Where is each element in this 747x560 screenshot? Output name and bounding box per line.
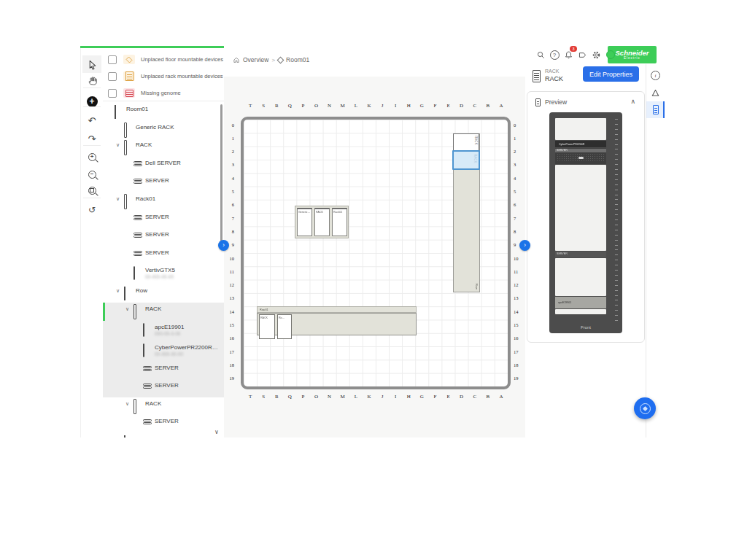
filter-row-floor[interactable]: Unplaced floor mountable devices [103, 51, 224, 68]
collapse-left-panel-button[interactable]: › [218, 240, 229, 251]
settings-icon [592, 50, 601, 60]
row-label: Row [476, 284, 479, 289]
zoom-fit-button[interactable] [82, 182, 101, 199]
row-vertical[interactable]: Row RACK RACK [453, 133, 480, 292]
u-mark [615, 139, 618, 140]
tree-item-server[interactable]: SERVER [103, 415, 224, 433]
tree-item-row[interactable]: ∨Row [103, 284, 224, 303]
rack-object[interactable]: RACK [314, 208, 330, 236]
u-mark [615, 254, 618, 255]
tree-item-label: SERVER [155, 382, 179, 389]
rack-slot-empty [555, 309, 606, 314]
tree-item-room01[interactable]: Room01 [103, 103, 224, 121]
grid-row-label-left: 15 [225, 322, 234, 327]
rack-object[interactable]: RACK [453, 133, 479, 151]
tree-item-rack[interactable]: ∨RACK [103, 397, 224, 416]
tree-scroll-down-icon[interactable]: ∨ [214, 429, 219, 435]
tree-item-rack[interactable]: ∨RACK [103, 303, 224, 321]
status-icon [606, 50, 615, 59]
checkbox[interactable] [108, 89, 117, 98]
feedback-button[interactable] [576, 49, 588, 61]
undo-button[interactable]: ↶ [82, 112, 101, 129]
logo-text: Schneider [616, 50, 649, 57]
floorplan-main: Overview > Room01 Row RACK RACK Generic…… [224, 46, 525, 438]
tree-item-server[interactable]: SERVER [103, 362, 224, 380]
u-mark [615, 174, 618, 175]
row-horizontal[interactable]: Row01 RACK Ro… [257, 306, 417, 340]
rack-object[interactable]: Generic… [297, 208, 312, 236]
chevron-down-icon[interactable]: ∨ [116, 142, 120, 148]
tree-item-cyberpowerpr2200r-[interactable]: CyberPowerPR2200R…00-000-00-00 [103, 341, 224, 362]
settings-button[interactable] [590, 49, 602, 61]
rack-object[interactable]: RACK [259, 314, 275, 339]
grid-row-label-right: 8 [514, 229, 522, 234]
tree-item-dell-server[interactable]: Dell SERVER [103, 157, 224, 175]
tree-item-server[interactable]: SERVER [103, 228, 224, 246]
tree-item-row01[interactable]: ∨Row01 [103, 433, 224, 438]
floating-design-button[interactable] [634, 397, 656, 419]
zoom-out-button[interactable]: − [82, 166, 101, 183]
grid-col-label-bottom: F [428, 394, 441, 400]
search-button[interactable] [535, 49, 546, 61]
filter-row-genome[interactable]: Missing genome [103, 85, 224, 101]
tree-item-apce19901[interactable]: apcE19901000-00-0-00 [103, 321, 224, 341]
grid-row-label-left: 14 [225, 309, 234, 314]
rack-object[interactable]: Ro… [277, 314, 292, 339]
add-device-button[interactable]: + [82, 93, 101, 110]
grid-row-label-left: 6 [225, 202, 234, 207]
chevron-down-icon[interactable]: ∨ [116, 288, 120, 294]
tree-scrollbar[interactable] [220, 104, 222, 243]
floorplan-canvas[interactable]: Row RACK RACK Generic… RACK Rack01 Row01… [224, 77, 525, 438]
rack-properties-tab[interactable] [646, 101, 665, 118]
pan-tool-button[interactable] [82, 71, 101, 89]
edit-properties-button[interactable]: Edit Properties [583, 66, 639, 82]
device-label: CyberPowerPR2200R [559, 143, 584, 146]
rack-object-label: RACK [316, 210, 325, 213]
tree-item-server[interactable]: SERVER [103, 246, 224, 265]
collapse-right-panel-button[interactable]: › [519, 240, 530, 251]
chevron-down-icon[interactable]: ∨ [125, 306, 129, 312]
rack-object-selected[interactable]: RACK [452, 150, 480, 170]
help-button[interactable]: ? [549, 49, 560, 61]
alarms-button[interactable] [646, 85, 665, 101]
filter-row-rackm[interactable]: Unplaced rack mountable devices [103, 68, 224, 85]
info-button[interactable]: i [646, 67, 665, 84]
grid-col-label-top: D [455, 103, 468, 109]
select-tool-button[interactable] [82, 55, 101, 73]
grid-col-label-bottom: T [244, 394, 257, 400]
tree-item-label: SERVER [155, 365, 179, 371]
chevron-down-icon[interactable]: ∨ [116, 196, 120, 202]
u-mark [615, 129, 618, 130]
tree-item-server[interactable]: SERVER [103, 211, 224, 229]
rack-object[interactable]: Rack01 [332, 208, 347, 236]
tree-item-server[interactable]: SERVER [103, 379, 224, 397]
collapse-preview-icon[interactable]: ∧ [630, 98, 635, 105]
tree-selection-bar [103, 303, 105, 321]
grid-col-label-bottom: K [363, 394, 376, 400]
inspector-header: RACK RACK Edit Properties [525, 64, 646, 90]
tree-item-rack01[interactable]: ∨Rack01 [103, 192, 224, 211]
rack-slot-empty [555, 118, 606, 140]
tree-item-label: SERVER [155, 418, 179, 424]
history-button[interactable]: ↺ [82, 201, 101, 219]
notifications-button[interactable]: 3 [562, 49, 574, 61]
tree-item-vertivgtx5[interactable]: VertivGTX500-000-00-00 [103, 264, 224, 284]
chevron-down-icon[interactable]: ∨ [125, 401, 129, 407]
rack-icon [535, 98, 541, 106]
checkbox[interactable] [108, 55, 117, 64]
rack-device-thin: SERVER [555, 252, 606, 257]
zoom-in-button[interactable]: + [82, 148, 101, 166]
rack-cluster[interactable]: Generic… RACK Rack01 [295, 206, 349, 238]
grid-row-label-right: 14 [514, 309, 522, 314]
grid-col-label-top: E [442, 103, 455, 109]
chevron-down-icon[interactable]: ∨ [116, 437, 120, 438]
tree-item-server[interactable]: SERVER [103, 174, 224, 192]
rack-slots: CyberPowerPR2200RSERVERSERVERapcE19901 [555, 118, 606, 314]
filter-label: Unplaced rack mountable devices [141, 73, 223, 79]
tree-item-label: RACK [136, 141, 152, 148]
tree-item-rack[interactable]: ∨RACK [103, 139, 224, 157]
tree-item-generic-rack[interactable]: Generic RACK [103, 121, 224, 139]
breadcrumb-overview[interactable]: Overview [243, 56, 268, 63]
grid-row-label-right: 0 [514, 122, 522, 128]
checkbox[interactable] [108, 72, 117, 81]
